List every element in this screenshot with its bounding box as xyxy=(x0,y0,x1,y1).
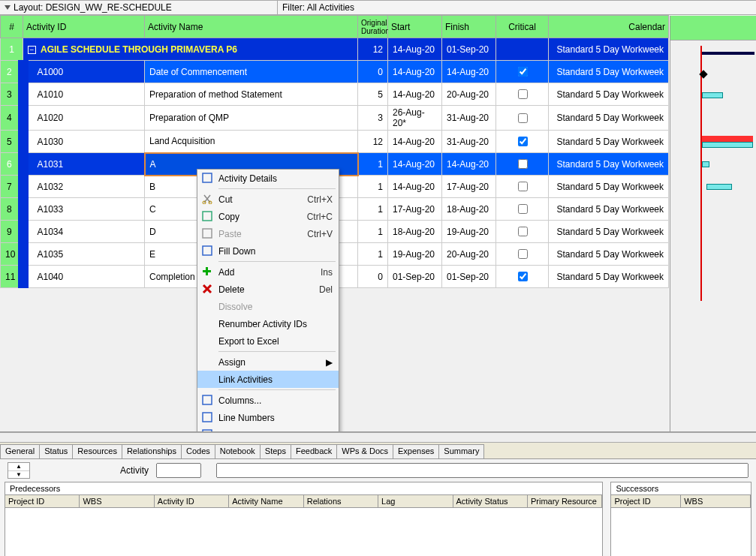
activity-id-input[interactable] xyxy=(156,463,201,478)
gantt-summary-bar xyxy=(702,52,754,55)
add-icon xyxy=(202,266,214,278)
menu-link-activities[interactable]: Link Activities xyxy=(197,371,339,388)
cut-icon xyxy=(202,194,214,206)
gantt-bar xyxy=(702,92,723,98)
tab-feedback[interactable]: Feedback xyxy=(291,444,337,458)
gantt-bar-critical xyxy=(702,136,753,142)
svg-rect-3 xyxy=(203,212,212,221)
col-activity-id[interactable]: Activity ID xyxy=(23,16,145,38)
menu-renumber-activity-ids[interactable]: Renumber Activity IDs xyxy=(197,315,339,332)
layout-label: Layout: DESIGN_WW_RE-SCHEDULE xyxy=(14,2,172,13)
successors-title: Successors xyxy=(611,482,751,495)
col-start[interactable]: Start xyxy=(388,16,442,38)
chevron-down-icon xyxy=(5,5,11,10)
menu-cut[interactable]: CutCtrl+X xyxy=(197,191,339,208)
copy-icon xyxy=(202,211,214,223)
pred-col[interactable]: WBS xyxy=(80,495,154,507)
paste-icon xyxy=(202,228,214,240)
table-row[interactable]: 3 A1010 Preparation of method Statement … xyxy=(1,83,669,106)
tab-codes[interactable]: Codes xyxy=(181,444,215,458)
succ-col[interactable]: WBS xyxy=(681,495,751,507)
layout-bar: Layout: DESIGN_WW_RE-SCHEDULE Filter: Al… xyxy=(0,0,756,15)
menu-add[interactable]: AddIns xyxy=(197,263,339,281)
critical-checkbox[interactable] xyxy=(518,227,528,236)
data-date-line xyxy=(700,46,702,301)
critical-checkbox[interactable] xyxy=(518,67,528,77)
col-finish[interactable]: Finish xyxy=(442,16,496,38)
tab-general[interactable]: General xyxy=(0,444,40,458)
predecessors-title: Predecessors xyxy=(5,482,602,495)
col-critical[interactable]: Critical xyxy=(496,16,549,38)
svg-rect-8 xyxy=(203,395,212,404)
pred-col[interactable]: Relations xyxy=(304,495,378,507)
menu-columns-[interactable]: Columns... xyxy=(197,392,339,409)
columns-icon xyxy=(202,395,214,407)
col-calendar[interactable]: Calendar xyxy=(549,16,669,38)
details-icon xyxy=(202,173,214,185)
critical-checkbox[interactable] xyxy=(518,137,528,146)
filldown-icon xyxy=(202,245,214,257)
menu-dissolve: Dissolve xyxy=(197,298,339,315)
activity-name-input[interactable] xyxy=(216,463,748,478)
critical-checkbox[interactable] xyxy=(518,113,528,123)
critical-checkbox[interactable] xyxy=(518,182,528,191)
collapse-icon[interactable]: − xyxy=(28,46,36,54)
filter-cell[interactable]: Filter: All Activities xyxy=(278,1,354,14)
wbs-row[interactable]: 1 −AGILE SCHEDULE THROUGH PRIMAVERA P6 1… xyxy=(1,38,669,61)
menu-line-numbers[interactable]: Line Numbers xyxy=(197,409,339,426)
tab-relationships[interactable]: Relationships xyxy=(122,444,182,458)
gantt-bar xyxy=(702,161,709,167)
svg-rect-7 xyxy=(203,270,211,272)
filter-label: Filter: All Activities xyxy=(282,2,354,13)
svg-rect-5 xyxy=(203,246,212,255)
pred-col[interactable]: Activity Name xyxy=(229,495,303,507)
col-duration[interactable]: Original Duration xyxy=(358,16,388,38)
svg-rect-9 xyxy=(203,413,212,422)
pred-col[interactable]: Primary Resource xyxy=(528,495,602,507)
tab-status[interactable]: Status xyxy=(39,444,73,458)
tab-expenses[interactable]: Expenses xyxy=(393,444,439,458)
tab-notebook[interactable]: Notebook xyxy=(215,444,261,458)
tab-wps-docs[interactable]: WPs & Docs xyxy=(336,444,393,458)
menu-activity-details[interactable]: Activity Details xyxy=(197,170,339,187)
row-stepper[interactable]: ▲▼ xyxy=(8,462,30,479)
pred-col[interactable]: Activity ID xyxy=(155,495,229,507)
menu-delete[interactable]: DeleteDel xyxy=(197,281,339,298)
menu-paste: PasteCtrl+V xyxy=(197,225,339,242)
critical-checkbox[interactable] xyxy=(518,159,528,169)
predecessors-box[interactable]: Predecessors Project IDWBSActivity IDAct… xyxy=(5,482,603,556)
critical-checkbox[interactable] xyxy=(518,89,528,99)
tab-resources[interactable]: Resources xyxy=(72,444,122,458)
pred-col[interactable]: Project ID xyxy=(5,495,80,507)
activity-label: Activity xyxy=(120,465,149,476)
table-row[interactable]: 4 A1020 Preparation of QMP 326-Aug-20*31… xyxy=(1,106,669,131)
pred-col[interactable]: Activity Status xyxy=(453,495,528,507)
critical-checkbox[interactable] xyxy=(518,204,528,214)
svg-rect-0 xyxy=(203,173,212,182)
menu-assign[interactable]: Assign▶ xyxy=(197,353,339,371)
menu-export-to-excel[interactable]: Export to Excel xyxy=(197,332,339,350)
critical-checkbox[interactable] xyxy=(518,249,528,259)
table-row[interactable]: 5 A1030 Land Acquisition 1214-Aug-2031-A… xyxy=(1,131,669,153)
tab-steps[interactable]: Steps xyxy=(260,444,291,458)
successors-box[interactable]: Successors Project IDWBS xyxy=(610,482,751,556)
svg-rect-4 xyxy=(203,229,212,238)
layout-cell[interactable]: Layout: DESIGN_WW_RE-SCHEDULE xyxy=(0,1,278,14)
detail-tabs[interactable]: GeneralStatusResourcesRelationshipsCodes… xyxy=(0,443,756,459)
horizontal-splitter[interactable] xyxy=(0,432,756,443)
submenu-arrow-icon: ▶ xyxy=(326,357,333,368)
pred-col[interactable]: Lag xyxy=(378,495,453,507)
gantt-header xyxy=(670,16,756,41)
delete-icon xyxy=(202,284,214,296)
succ-col[interactable]: Project ID xyxy=(611,495,681,507)
menu-fill-down[interactable]: Fill Down xyxy=(197,242,339,260)
critical-checkbox[interactable] xyxy=(518,272,528,281)
menu-copy[interactable]: CopyCtrl+C xyxy=(197,208,339,225)
gantt-bar xyxy=(706,184,732,190)
col-activity-name[interactable]: Activity Name xyxy=(145,16,358,38)
col-num[interactable]: # xyxy=(1,16,23,38)
gantt-bar xyxy=(702,142,753,148)
table-row[interactable]: 2 A1000 Date of Commencement 014-Aug-201… xyxy=(1,61,669,83)
gantt-panel[interactable] xyxy=(670,16,756,436)
tab-summary[interactable]: Summary xyxy=(438,444,484,458)
